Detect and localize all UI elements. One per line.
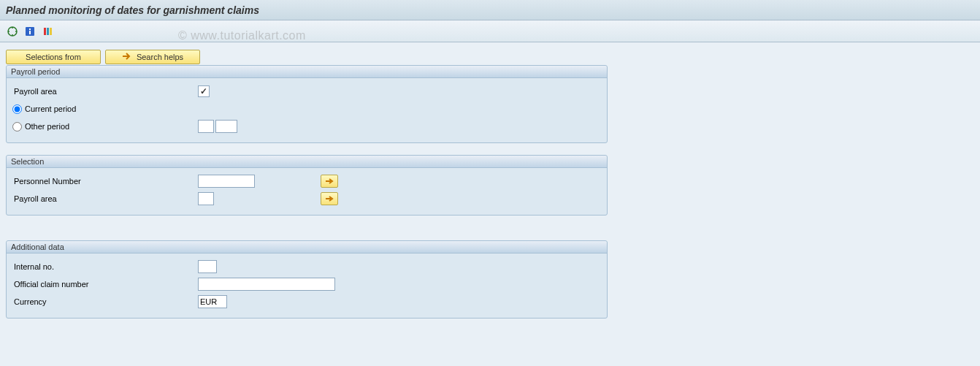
group-selection: Selection Personnel Number Payroll area	[6, 155, 608, 216]
toolbar	[0, 20, 980, 42]
group-title: Additional data	[7, 241, 607, 253]
svg-rect-2	[29, 28, 31, 30]
content-area: Selections from Search helps Payroll per…	[0, 42, 980, 366]
row-payroll-area: Payroll area ✓	[9, 83, 604, 100]
current-period-radio-input[interactable]	[12, 104, 22, 114]
internal-no-label: Internal no.	[9, 262, 198, 271]
svg-rect-4	[44, 28, 46, 35]
other-period-radio-input[interactable]	[12, 122, 22, 131]
personnel-number-multi-select[interactable]	[321, 175, 338, 188]
payroll-area-label: Payroll area	[9, 87, 198, 96]
row-other-period: Other period	[9, 118, 604, 135]
page-title: Planned monitoring of dates for garnishm…	[6, 4, 259, 16]
current-period-radio[interactable]: Current period	[9, 104, 76, 114]
official-claim-input[interactable]	[198, 278, 335, 291]
payroll-area-multi-select[interactable]	[321, 192, 338, 205]
row-internal-no: Internal no.	[9, 258, 604, 275]
other-period-input-1[interactable]	[198, 120, 214, 133]
currency-label: Currency	[9, 297, 198, 306]
arrow-icon	[122, 52, 132, 62]
row-personnel-number: Personnel Number	[9, 172, 604, 190]
payroll-area-checkbox[interactable]: ✓	[198, 85, 210, 97]
other-period-label: Other period	[25, 122, 69, 131]
internal-no-input[interactable]	[198, 260, 217, 273]
group-title: Selection	[7, 156, 607, 168]
group-additional-data: Additional data Internal no. Official cl…	[6, 240, 608, 319]
other-period-input-2[interactable]	[215, 120, 237, 133]
other-period-radio[interactable]: Other period	[9, 122, 198, 131]
header-bar: Planned monitoring of dates for garnishm…	[0, 0, 980, 20]
info-icon[interactable]	[23, 25, 37, 38]
execute-icon[interactable]	[6, 25, 19, 38]
button-label: Selections from	[26, 53, 81, 61]
official-claim-label: Official claim number	[9, 280, 198, 289]
group-payroll-period: Payroll period Payroll area ✓ Current pe…	[6, 65, 608, 143]
group-body: Internal no. Official claim number Curre…	[7, 253, 607, 318]
currency-input[interactable]	[198, 295, 227, 308]
svg-rect-5	[47, 28, 49, 35]
personnel-number-input[interactable]	[198, 175, 255, 188]
row-payroll-area-sel: Payroll area	[9, 190, 604, 207]
button-label: Search helps	[137, 53, 183, 61]
personnel-number-label: Personnel Number	[9, 177, 198, 186]
svg-rect-6	[50, 28, 52, 35]
search-helps-button[interactable]: Search helps	[105, 50, 200, 64]
group-body: Payroll area ✓ Current period Other peri…	[7, 78, 607, 142]
current-period-label: Current period	[25, 104, 76, 113]
button-row: Selections from Search helps	[6, 50, 974, 64]
spacer	[6, 227, 974, 240]
variant-icon[interactable]	[41, 25, 54, 38]
row-current-period: Current period	[9, 100, 604, 118]
payroll-area-sel-input[interactable]	[198, 192, 214, 205]
group-title: Payroll period	[7, 66, 607, 78]
group-body: Personnel Number Payroll area	[7, 168, 607, 215]
svg-rect-3	[29, 31, 31, 34]
row-currency: Currency	[9, 293, 604, 310]
selections-from-button[interactable]: Selections from	[6, 50, 101, 64]
row-official-claim: Official claim number	[9, 275, 604, 293]
payroll-area-sel-label: Payroll area	[9, 194, 198, 203]
